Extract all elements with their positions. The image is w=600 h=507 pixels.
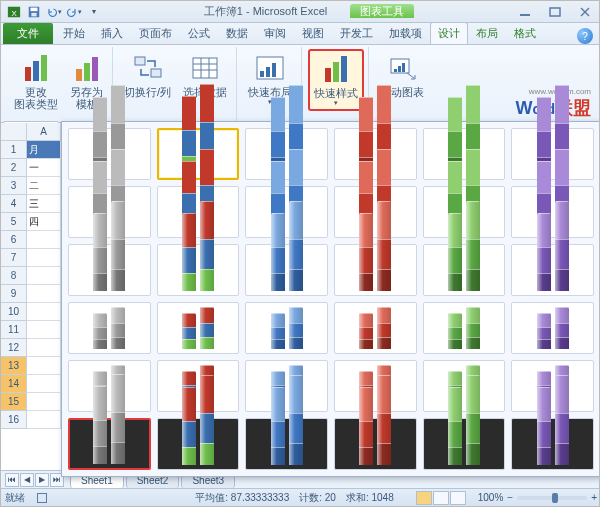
chart-style-option[interactable] (68, 186, 151, 238)
chart-style-option[interactable] (511, 360, 594, 412)
chart-style-option[interactable] (157, 186, 240, 238)
chart-style-option[interactable] (157, 302, 240, 354)
excel-icon[interactable]: X (5, 4, 23, 20)
chart-style-option[interactable] (334, 186, 417, 238)
chart-style-option[interactable] (511, 244, 594, 296)
tab-data[interactable]: 数据 (218, 22, 256, 44)
row-header[interactable]: 1 (1, 141, 27, 159)
tab-review[interactable]: 审阅 (256, 22, 294, 44)
cell[interactable]: 四 (27, 213, 61, 231)
tab-view[interactable]: 视图 (294, 22, 332, 44)
cell[interactable]: 三 (27, 195, 61, 213)
chart-style-option[interactable] (511, 418, 594, 470)
chart-style-option[interactable] (423, 186, 506, 238)
close-icon[interactable] (575, 5, 595, 19)
zoom-in-button[interactable]: + (591, 492, 597, 503)
cell[interactable] (27, 249, 61, 267)
row-header[interactable]: 10 (1, 303, 27, 321)
view-normal-icon[interactable] (416, 491, 432, 505)
chart-style-option[interactable] (334, 418, 417, 470)
minimize-icon[interactable] (515, 5, 535, 19)
column-header-a[interactable]: A (27, 123, 61, 141)
chart-style-option[interactable] (423, 302, 506, 354)
chart-style-option[interactable] (245, 360, 328, 412)
chart-style-option[interactable] (334, 302, 417, 354)
chart-style-option[interactable] (334, 128, 417, 180)
row-header[interactable]: 9 (1, 285, 27, 303)
zoom-slider[interactable] (517, 496, 587, 500)
chart-style-option[interactable] (423, 418, 506, 470)
tab-page-layout[interactable]: 页面布 (131, 22, 180, 44)
sheet-nav-prev[interactable]: ◀ (20, 473, 34, 487)
sheet-nav-next[interactable]: ▶ (35, 473, 49, 487)
cell[interactable] (27, 375, 61, 393)
view-page-layout-icon[interactable] (433, 491, 449, 505)
chart-style-option[interactable] (245, 302, 328, 354)
tab-layout[interactable]: 布局 (468, 22, 506, 44)
tab-addins[interactable]: 加载项 (381, 22, 430, 44)
cell[interactable] (27, 267, 61, 285)
cell[interactable] (27, 321, 61, 339)
cell[interactable] (27, 339, 61, 357)
chart-style-option[interactable] (245, 186, 328, 238)
row-header[interactable]: 2 (1, 159, 27, 177)
row-header[interactable]: 4 (1, 195, 27, 213)
chart-style-option[interactable] (511, 186, 594, 238)
chart-style-option[interactable] (245, 244, 328, 296)
chart-style-option[interactable] (68, 128, 151, 180)
cell[interactable]: 月 (27, 141, 61, 159)
row-header[interactable]: 13 (1, 357, 27, 375)
chart-style-option[interactable] (157, 244, 240, 296)
sheet-nav-first[interactable]: ⏮ (5, 473, 19, 487)
switch-row-column-button[interactable]: 切换行/列 (119, 49, 176, 101)
help-icon[interactable]: ? (577, 28, 593, 44)
row-header[interactable]: 14 (1, 375, 27, 393)
chart-style-option[interactable] (245, 418, 328, 470)
chart-style-option[interactable] (511, 302, 594, 354)
tab-formulas[interactable]: 公式 (180, 22, 218, 44)
row-header[interactable]: 5 (1, 213, 27, 231)
chart-style-option[interactable] (423, 360, 506, 412)
tab-home[interactable]: 开始 (55, 22, 93, 44)
row-header[interactable]: 3 (1, 177, 27, 195)
row-header[interactable]: 11 (1, 321, 27, 339)
chart-style-option[interactable] (334, 244, 417, 296)
cell[interactable]: 二 (27, 177, 61, 195)
row-header[interactable]: 16 (1, 411, 27, 429)
macro-record-icon[interactable] (37, 493, 47, 503)
cell[interactable] (27, 231, 61, 249)
tab-design[interactable]: 设计 (430, 22, 468, 44)
tab-format[interactable]: 格式 (506, 22, 544, 44)
row-header[interactable]: 12 (1, 339, 27, 357)
chart-style-option[interactable] (157, 128, 240, 180)
chart-style-option[interactable] (334, 360, 417, 412)
maximize-icon[interactable] (545, 5, 565, 19)
cell[interactable]: 一 (27, 159, 61, 177)
change-chart-type-button[interactable]: 更改 图表类型 (9, 49, 63, 113)
view-page-break-icon[interactable] (450, 491, 466, 505)
row-header[interactable]: 7 (1, 249, 27, 267)
zoom-out-button[interactable]: − (507, 492, 513, 503)
cell[interactable] (27, 393, 61, 411)
redo-icon[interactable]: ▾ (65, 4, 83, 20)
row-header[interactable]: 8 (1, 267, 27, 285)
chart-style-option[interactable] (68, 302, 151, 354)
chart-style-option[interactable] (68, 360, 151, 412)
tab-file[interactable]: 文件 (3, 23, 53, 44)
row-header[interactable]: 15 (1, 393, 27, 411)
row-header[interactable]: 6 (1, 231, 27, 249)
chart-style-option[interactable] (423, 244, 506, 296)
tab-developer[interactable]: 开发工 (332, 22, 381, 44)
undo-icon[interactable]: ▾ (45, 4, 63, 20)
select-all-corner[interactable] (1, 123, 27, 141)
chart-style-option[interactable] (423, 128, 506, 180)
zoom-level[interactable]: 100% (478, 492, 504, 503)
quick-style-button[interactable]: 快速样式 ▾ (308, 49, 364, 111)
cell[interactable] (27, 411, 61, 429)
tab-insert[interactable]: 插入 (93, 22, 131, 44)
chart-style-option[interactable] (68, 418, 151, 470)
chart-style-option[interactable] (157, 360, 240, 412)
chart-style-option[interactable] (511, 128, 594, 180)
chart-style-option[interactable] (68, 244, 151, 296)
cell[interactable] (27, 285, 61, 303)
